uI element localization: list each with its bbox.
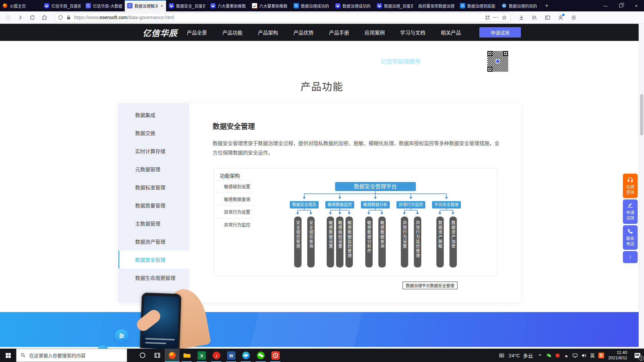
site-nav-item-6[interactable]: 学习与文档: [400, 29, 425, 36]
browser-tab-3[interactable]: 亿数据治理解决×: [125, 0, 166, 11]
notification-badge: 1: [639, 356, 644, 361]
float-headset-button[interactable]: 在线 咨询: [623, 174, 638, 198]
taskbar-app-word[interactable]: W: [224, 349, 238, 362]
browser-tab-2[interactable]: 亿亿信华辰-大数据: [83, 0, 125, 11]
weather-widget[interactable]: 24°C多云: [506, 352, 536, 359]
scrollbar-thumb[interactable]: [640, 94, 643, 135]
site-nav-item-1[interactable]: 产品功能: [222, 29, 243, 36]
diagram-menu-item-0[interactable]: 敏感级别设置: [214, 180, 254, 193]
sidebar-item-3[interactable]: 元数据管理: [118, 160, 189, 178]
taskbar-search-box[interactable]: 在这里输入你要搜索的内容: [16, 349, 127, 362]
sidebar-item-4[interactable]: 数据标准管理: [118, 178, 189, 196]
diagram-menu-item-1[interactable]: 敏感数据查询: [214, 193, 254, 205]
tracking-shield-icon[interactable]: [58, 15, 63, 20]
ime-indicator[interactable]: 英: [588, 349, 597, 362]
sidebar-toggle-icon[interactable]: [544, 14, 551, 21]
browser-tab-7[interactable]: 知数据治理成功的: [291, 0, 333, 11]
diagram-bar-3-1: 异常行为监控管理: [414, 217, 421, 267]
maximize-button[interactable]: [613, 0, 629, 11]
diagram-bar-2-0: 敏感数据分析件: [365, 217, 373, 267]
float-pencil-button[interactable]: 申请 试用: [623, 199, 638, 224]
taskbar-app-redapp[interactable]: [268, 349, 283, 362]
sidebar-item-6[interactable]: 主数据管理: [118, 214, 189, 232]
taskbar-app-wechat[interactable]: [253, 349, 268, 362]
sidebar-item-0[interactable]: 数据集成: [118, 106, 189, 124]
home-button[interactable]: [41, 14, 48, 21]
library-icon[interactable]: [531, 14, 538, 21]
diagram-group-label-2: 敏感数据分析: [361, 201, 390, 208]
downloads-icon[interactable]: [518, 14, 525, 21]
browser-tab-6[interactable]: 六大要素助推数: [250, 0, 291, 11]
apply-trial-button[interactable]: 申请试用: [479, 27, 521, 38]
diagram-tab-label[interactable]: 功能架构: [220, 172, 240, 179]
bookmark-star-icon[interactable]: [502, 15, 507, 20]
browser-tab-1[interactable]: 亿信华辰_百度搜: [42, 0, 83, 11]
site-nav-item-7[interactable]: 相关产品: [441, 29, 461, 36]
float-phone-button[interactable]: 联系 电话: [623, 225, 638, 250]
tab-title: 火狐主页: [10, 3, 39, 9]
browser-tab-11[interactable]: 知数据治理到底能: [458, 0, 499, 11]
cortana-button[interactable]: [135, 349, 150, 362]
group-connector: [290, 208, 319, 215]
diagram-menu-item-2[interactable]: 异常行为设置: [214, 205, 254, 218]
taskbar-app-explorer[interactable]: [179, 349, 194, 362]
float-back-to-top-button[interactable]: ↑: [623, 251, 638, 263]
banner-close-icon[interactable]: ×: [515, 42, 521, 48]
page-actions-icon[interactable]: ···: [493, 15, 499, 20]
site-logo[interactable]: 亿信华辰: [143, 26, 177, 39]
hidden-icons-chevron[interactable]: ^: [534, 349, 546, 362]
browser-tab-8[interactable]: 数据治理成功的: [333, 0, 374, 11]
sidebar-item-9[interactable]: 数据生命周期管理: [118, 268, 189, 287]
site-nav-item-4[interactable]: 产品手册: [329, 29, 349, 36]
group-connector-wrap: [325, 208, 354, 217]
lock-icon[interactable]: [66, 15, 71, 20]
browser-tab-4[interactable]: 数据安全_百度百: [166, 0, 208, 11]
site-nav-item-5[interactable]: 应用案例: [365, 29, 385, 36]
reload-button[interactable]: [29, 14, 36, 21]
taskbar-app-edge[interactable]: [238, 349, 253, 362]
svg-text:亿: 亿: [87, 4, 90, 7]
browser-tab-0[interactable]: 火狐主页: [0, 0, 42, 11]
action-center-button[interactable]: 1: [631, 349, 644, 362]
site-nav-item-0[interactable]: 产品全景: [187, 29, 207, 36]
group-connector-wrap: [290, 208, 319, 217]
sidebar-item-5[interactable]: 数据质量管理: [118, 196, 189, 214]
taskbar-app-excel[interactable]: X: [194, 349, 209, 362]
browser-tab-12[interactable]: 数据治理的目的: [499, 0, 541, 11]
browser-tab-5[interactable]: 六大要素助推数: [208, 0, 250, 11]
diagram-menu-item-3[interactable]: 异常行为监控: [214, 218, 254, 231]
qr-scan-icon[interactable]: [485, 15, 490, 20]
sidebar-item-2[interactable]: 实时计算存储: [118, 142, 189, 160]
site-nav-item-3[interactable]: 产品优势: [293, 29, 314, 36]
news-widget-icon[interactable]: [497, 349, 506, 362]
taskbar-app-netease[interactable]: ♪: [209, 349, 224, 362]
forward-button[interactable]: [17, 14, 23, 21]
taskbar-clock[interactable]: 11:402021/8/11: [605, 350, 631, 361]
minimize-button[interactable]: —: [598, 0, 613, 11]
account-icon[interactable]: [557, 14, 564, 21]
tab-close-icon[interactable]: ×: [160, 3, 164, 8]
close-button[interactable]: ×: [629, 0, 644, 11]
browser-tab-10[interactable]: 政府要发挥数据治理: [416, 0, 458, 11]
tray-network-icon[interactable]: [571, 349, 579, 362]
new-tab-button[interactable]: +: [541, 0, 553, 11]
back-button[interactable]: [5, 14, 11, 21]
site-nav-item-2[interactable]: 产品架构: [258, 29, 278, 36]
sidebar-item-7[interactable]: 数据资产管理: [118, 232, 189, 250]
banner-follow-pill[interactable]: 扫码关注亿信华辰视频号发现更多精彩: [339, 55, 474, 67]
sogou-icon[interactable]: S: [597, 349, 605, 362]
tray-netease-mini-icon[interactable]: ♪: [553, 349, 562, 362]
page-scrollbar[interactable]: [639, 24, 644, 349]
url-bar[interactable]: https://www.esensoft.com/data-governance…: [54, 13, 511, 22]
tray-qq-icon[interactable]: [562, 349, 571, 362]
sidebar-item-1[interactable]: 数据交换: [118, 124, 189, 142]
diagram-group-label-1: 敏感数据监控: [325, 201, 354, 208]
menu-hamburger-icon[interactable]: [570, 14, 577, 21]
sidebar-item-8[interactable]: 数据安全管理: [118, 250, 189, 268]
diagram-bars: 敏感数据设置敏感级别设置敏感数据监控管理: [327, 217, 353, 267]
browser-tab-9[interactable]: 数据治理_百度百: [374, 0, 416, 11]
task-view-button[interactable]: [150, 349, 165, 362]
taskbar-app-firefox[interactable]: [165, 349, 179, 362]
start-button[interactable]: [0, 349, 16, 362]
tray-volume-icon[interactable]: [579, 349, 588, 362]
